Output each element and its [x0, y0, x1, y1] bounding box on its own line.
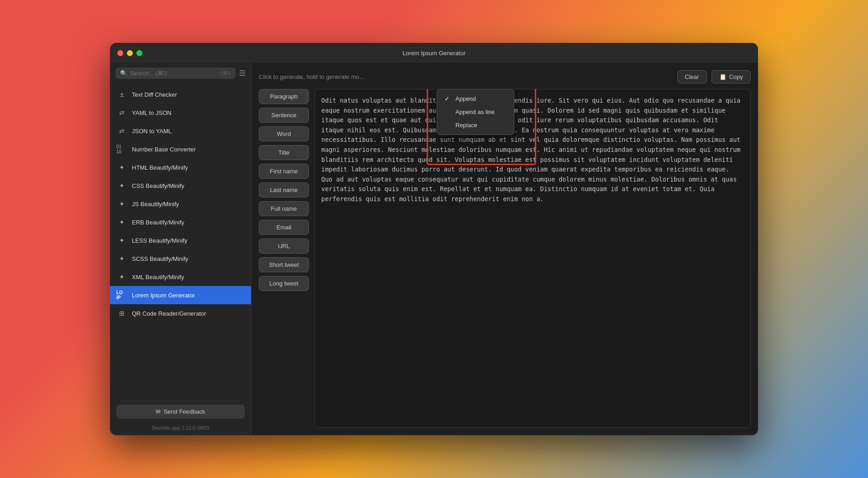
- sidebar-label-yaml-to-json: YAML to JSON: [132, 109, 172, 116]
- sidebar-icon-json-to-yaml: ⇄: [116, 125, 127, 136]
- sidebar-label-js-beautify-minify: JS Beautify/Minify: [132, 201, 179, 208]
- feedback-icon: ✉: [156, 408, 161, 415]
- sidebar-item-css-beautify-minify[interactable]: ✦CSS Beautify/Minify: [110, 177, 251, 195]
- toolbar: Click to generate, hold to generate mo..…: [259, 70, 751, 83]
- search-input-wrapper[interactable]: 🔍 (⌘/): [115, 68, 235, 79]
- gen-btn-word[interactable]: Word: [259, 126, 309, 141]
- output-area[interactable]: Odit natus voluptas aut blanditiis natus…: [314, 89, 751, 428]
- sidebar-label-qr-code: QR Code Reader/Generator: [132, 310, 206, 317]
- sidebar-label-number-base-converter: Number Base Converter: [132, 146, 196, 153]
- dropdown-item-replace[interactable]: Replace: [437, 119, 514, 132]
- dropdown-menu: ✓AppendAppend as lineReplace: [437, 89, 514, 135]
- close-button[interactable]: [117, 50, 123, 56]
- sidebar-item-text-diff-checker[interactable]: ±Text Diff Checker: [110, 85, 251, 104]
- search-icon: 🔍: [120, 70, 127, 77]
- panel-body: ParagraphSentenceWordTitleFirst nameLast…: [259, 89, 751, 428]
- sidebar-label-xml-beautify-minify: XML Beautify/Minify: [132, 274, 184, 281]
- search-input[interactable]: [130, 70, 219, 77]
- copy-label: Copy: [729, 73, 743, 80]
- search-shortcut: (⌘/): [221, 70, 231, 76]
- sidebar-icon-scss-beautify-minify: ✦: [116, 253, 127, 264]
- app-window: Lorem Ipsum Generator 🔍 (⌘/) ☰ ±Text Dif…: [110, 43, 758, 435]
- traffic-lights: [117, 50, 142, 56]
- clear-label: Clear: [685, 73, 699, 80]
- window-title: Lorem Ipsum Generator: [403, 50, 465, 57]
- titlebar: Lorem Ipsum Generator: [110, 43, 758, 63]
- dropdown-item-append-as-line[interactable]: Append as line: [437, 105, 514, 119]
- gen-btn-full-name[interactable]: Full name: [259, 201, 309, 216]
- sidebar-item-json-to-yaml[interactable]: ⇄JSON to YAML: [110, 122, 251, 140]
- sidebar-item-erb-beautify-minify[interactable]: ✦ERB Beautify/Minify: [110, 213, 251, 231]
- sidebar-icon-number-base-converter: 01 10: [116, 144, 127, 155]
- search-bar: 🔍 (⌘/) ☰: [110, 63, 251, 83]
- maximize-button[interactable]: [136, 50, 142, 56]
- sidebar-label-erb-beautify-minify: ERB Beautify/Minify: [132, 219, 184, 226]
- dropdown-label-append: Append: [455, 95, 476, 102]
- sidebar-item-js-beautify-minify[interactable]: ✦JS Beautify/Minify: [110, 195, 251, 213]
- gen-btn-long-tweet[interactable]: Long tweet: [259, 276, 309, 291]
- gen-btn-paragraph[interactable]: Paragraph: [259, 89, 309, 104]
- dropdown-item-append[interactable]: ✓Append: [437, 92, 514, 105]
- sidebar-icon-js-beautify-minify: ✦: [116, 198, 127, 209]
- sidebar-icon-erb-beautify-minify: ✦: [116, 217, 127, 228]
- sidebar-icon-text-diff-checker: ±: [116, 89, 127, 100]
- sidebar-item-xml-beautify-minify[interactable]: ✦XML Beautify/Minify: [110, 268, 251, 286]
- sidebar-label-less-beautify-minify: LESS Beautify/Minify: [132, 237, 187, 244]
- minimize-button[interactable]: [127, 50, 133, 56]
- sidebar-icon-html-beautify-minify: ✦: [116, 162, 127, 173]
- sidebar-icon-less-beautify-minify: ✦: [116, 235, 127, 246]
- dropdown-label-replace: Replace: [455, 122, 477, 129]
- version-text: DevUtils.app 1.12.0 (99D): [110, 423, 251, 435]
- sidebar-item-html-beautify-minify[interactable]: ✦HTML Beautify/Minify: [110, 158, 251, 177]
- sidebar-item-number-base-converter[interactable]: 01 10Number Base Converter: [110, 140, 251, 158]
- sidebar-icon-qr-code: ⊞: [116, 308, 127, 319]
- sidebar-label-lorem-ipsum-generator: Lorem Ipsum Generator: [132, 292, 195, 299]
- sidebar-list: ±Text Diff Checker⇄YAML to JSON⇄JSON to …: [110, 83, 251, 400]
- sidebar: 🔍 (⌘/) ☰ ±Text Diff Checker⇄YAML to JSON…: [110, 63, 251, 435]
- dropdown-label-append-as-line: Append as line: [455, 109, 495, 115]
- dropdown-check-append: ✓: [444, 95, 452, 102]
- sidebar-label-css-beautify-minify: CSS Beautify/Minify: [132, 182, 184, 189]
- sidebar-icon-xml-beautify-minify: ✦: [116, 271, 127, 282]
- generator-buttons: ParagraphSentenceWordTitleFirst nameLast…: [259, 89, 309, 428]
- gen-btn-email[interactable]: Email: [259, 220, 309, 235]
- sidebar-icon-yaml-to-json: ⇄: [116, 107, 127, 118]
- toolbar-hint: Click to generate, hold to generate mo..…: [259, 73, 673, 80]
- gen-btn-first-name[interactable]: First name: [259, 164, 309, 179]
- send-feedback-button[interactable]: ✉ Send Feedback: [116, 405, 245, 419]
- sidebar-label-scss-beautify-minify: SCSS Beautify/Minify: [132, 255, 188, 262]
- sidebar-icon-lorem-ipsum-generator: LO IP: [116, 290, 127, 301]
- gen-btn-last-name[interactable]: Last name: [259, 182, 309, 197]
- feedback-label: Send Feedback: [163, 408, 205, 415]
- sidebar-label-text-diff-checker: Text Diff Checker: [132, 91, 177, 98]
- gen-btn-short-tweet[interactable]: Short tweet: [259, 257, 309, 272]
- sidebar-label-json-to-yaml: JSON to YAML: [132, 128, 172, 135]
- sidebar-item-lorem-ipsum-generator[interactable]: LO IPLorem Ipsum Generator: [110, 286, 251, 304]
- sidebar-item-less-beautify-minify[interactable]: ✦LESS Beautify/Minify: [110, 231, 251, 249]
- gen-btn-sentence[interactable]: Sentence: [259, 108, 309, 123]
- sidebar-item-scss-beautify-minify[interactable]: ✦SCSS Beautify/Minify: [110, 249, 251, 268]
- copy-button[interactable]: 📋 Copy: [711, 70, 751, 83]
- copy-icon: 📋: [719, 73, 727, 80]
- sidebar-item-qr-code[interactable]: ⊞QR Code Reader/Generator: [110, 304, 251, 322]
- right-panel: Click to generate, hold to generate mo..…: [251, 63, 758, 435]
- clear-button[interactable]: Clear: [677, 70, 707, 83]
- main-content: 🔍 (⌘/) ☰ ±Text Diff Checker⇄YAML to JSON…: [110, 63, 758, 435]
- sidebar-label-html-beautify-minify: HTML Beautify/Minify: [132, 164, 188, 171]
- sidebar-icon-css-beautify-minify: ✦: [116, 180, 127, 191]
- sidebar-item-yaml-to-json[interactable]: ⇄YAML to JSON: [110, 104, 251, 122]
- gen-btn-url[interactable]: URL: [259, 239, 309, 254]
- gen-btn-title[interactable]: Title: [259, 145, 309, 160]
- list-view-button[interactable]: ☰: [239, 69, 246, 78]
